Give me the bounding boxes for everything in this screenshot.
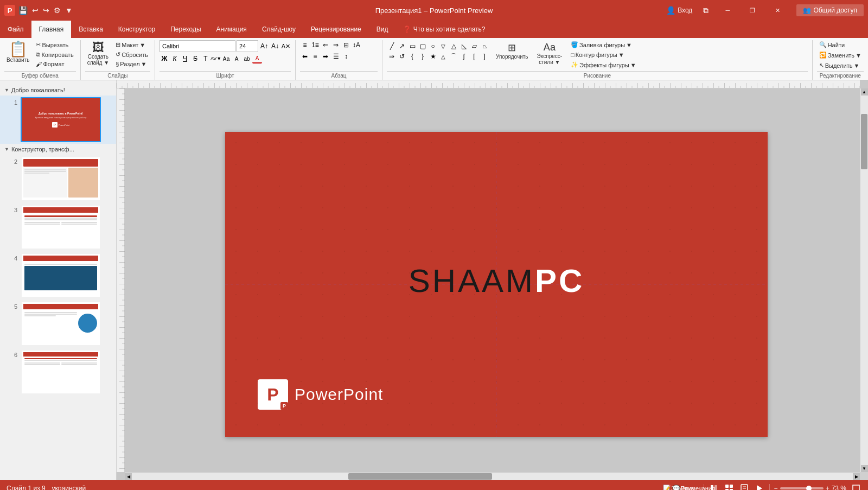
comments-button[interactable]: 💬 Примечания	[688, 483, 699, 490]
increase-indent-button[interactable]: ⇒	[331, 40, 341, 50]
strikethrough-button[interactable]: S	[190, 54, 200, 63]
numbered-list-button[interactable]: 1≡	[310, 40, 320, 50]
slide-item-5[interactable]: 5	[0, 300, 116, 348]
reset-button[interactable]: ↺ Сбросить	[113, 50, 150, 59]
line-shape[interactable]: ╱	[387, 41, 397, 51]
char-spacing-button[interactable]: AV▼	[211, 54, 221, 63]
tab-review[interactable]: Рецензирование	[303, 21, 369, 38]
outline-color-button[interactable]: □ Контур фигуры ▼	[569, 50, 639, 59]
shadow-button[interactable]: T	[201, 54, 210, 63]
line-spacing-button[interactable]: ↕	[341, 52, 351, 61]
triangle-shape[interactable]: △	[449, 41, 458, 51]
signin-button[interactable]: 👤 Вход	[662, 4, 697, 17]
scroll-left-button[interactable]: ◀	[125, 473, 132, 480]
right-triangle-shape[interactable]: ◺	[459, 41, 469, 51]
more2-shapes[interactable]: △	[438, 52, 448, 61]
scroll-right-button[interactable]: ▶	[853, 473, 860, 480]
find-button[interactable]: 🔍 Найти	[817, 40, 847, 49]
decrease-font-button[interactable]: A↓	[270, 41, 280, 51]
font-size-input[interactable]	[237, 40, 258, 52]
scroll-down-button[interactable]: ▼	[861, 465, 868, 472]
cut-button[interactable]: ✂ Вырезать	[34, 40, 75, 49]
slide-canvas[interactable]: SHAAMPC P P PowerPoint	[225, 132, 768, 437]
minimize-button[interactable]: ─	[715, 0, 740, 21]
slide-logo-area[interactable]: P P PowerPoint	[258, 379, 383, 410]
slide-title[interactable]: SHAAMPC	[409, 262, 585, 300]
restore-down-icon[interactable]: ⧉	[703, 6, 709, 15]
scroll-thumb-h[interactable]	[348, 473, 493, 480]
bracket1-shape[interactable]: [	[469, 52, 479, 61]
align-left-button[interactable]: ⬅	[300, 52, 310, 61]
slide-item-4[interactable]: 4	[0, 251, 116, 300]
star-shape[interactable]: ★	[428, 52, 438, 61]
zoom-out-button[interactable]: −	[774, 485, 778, 490]
zoom-slider[interactable]	[780, 487, 824, 489]
oval-shape[interactable]: ○	[428, 41, 438, 51]
horizontal-scrollbar[interactable]: ◀ ▶	[125, 472, 860, 480]
redo-button[interactable]: ↪	[43, 6, 49, 15]
section-1-header[interactable]: Добро пожаловать!	[0, 85, 116, 96]
slideshow-button[interactable]	[754, 483, 765, 490]
slide-item-2[interactable]: 2	[0, 155, 116, 203]
font-color-button[interactable]: A	[232, 54, 241, 63]
more-shapes-button[interactable]: ▽	[438, 41, 448, 51]
curly1-shape[interactable]: {	[407, 52, 417, 61]
scroll-thumb-v[interactable]	[861, 114, 867, 169]
align-right-button[interactable]: ➡	[321, 52, 330, 61]
copy-button[interactable]: ⧉ Копировать	[34, 50, 75, 59]
zoom-thumb[interactable]	[806, 486, 812, 490]
text-direction-button[interactable]: ↕A	[352, 40, 361, 50]
slide-item-1[interactable]: 1 Добро пожаловать в PowerPoint! Краткое…	[0, 96, 116, 144]
section-2-header[interactable]: Конструктор, трансф...	[0, 144, 116, 155]
vertical-scrollbar[interactable]: ▲ ▼	[860, 88, 868, 472]
slide-item-6[interactable]: 6	[0, 348, 116, 396]
close-button[interactable]: ✕	[765, 0, 790, 21]
italic-button[interactable]: К	[170, 54, 180, 63]
fill-color-button[interactable]: 🪣 Заливка фигуры ▼	[569, 40, 639, 49]
replace-button[interactable]: 🔁 Заменить ▼	[817, 50, 864, 60]
bullet-list-button[interactable]: ≡	[300, 40, 310, 50]
quick-styles-button[interactable]: Аа Экспресс-стили ▼	[535, 40, 565, 67]
arrow-shape[interactable]: ↗	[397, 41, 407, 51]
parallelogram-shape[interactable]: ▱	[469, 41, 479, 51]
slide-item-3[interactable]: 3	[0, 203, 116, 251]
arrow2-shape[interactable]: ⇒	[387, 52, 397, 61]
scroll-up-button[interactable]: ▲	[861, 88, 868, 96]
increase-font-button[interactable]: A↑	[259, 41, 269, 51]
tab-insert[interactable]: Вставка	[71, 21, 111, 38]
align-center-button[interactable]: ≡	[310, 52, 320, 61]
tab-design[interactable]: Конструктор	[111, 21, 163, 38]
clear-format-button[interactable]: A✕	[281, 41, 291, 51]
text-highlight-button[interactable]: ab	[242, 54, 252, 63]
save-button[interactable]: 💾	[18, 6, 28, 15]
fit-slide-button[interactable]	[851, 483, 861, 490]
share-button[interactable]: 👥 Общий доступ	[796, 4, 864, 16]
customize-button[interactable]: ⚙	[54, 6, 61, 15]
justify-button[interactable]: ☰	[331, 52, 341, 61]
font-family-input[interactable]	[159, 40, 235, 52]
zoom-in-button[interactable]: +	[826, 485, 829, 490]
section-button[interactable]: § Раздел ▼	[113, 60, 150, 68]
curly2-shape[interactable]: }	[418, 52, 427, 61]
rounded-rect-shape[interactable]: ▢	[418, 41, 427, 51]
new-slide-button[interactable]: 🖼 Создатьслайд ▼	[85, 40, 112, 67]
underline-button[interactable]: Ч	[180, 54, 190, 63]
more-button[interactable]: ▼	[65, 6, 73, 15]
font-color2-button[interactable]: A	[252, 54, 262, 63]
tab-home[interactable]: Главная	[31, 21, 72, 38]
trapezoid-shape[interactable]: ⏢	[480, 41, 489, 51]
select-button[interactable]: ↖ Выделить ▼	[817, 61, 862, 70]
paste-button[interactable]: 📋 Вставить	[4, 40, 31, 65]
bracket2-shape[interactable]: ]	[480, 52, 489, 61]
undo-button[interactable]: ↩	[32, 6, 39, 15]
effects-button[interactable]: ✨ Эффекты фигуры ▼	[569, 60, 639, 69]
zoom-control[interactable]: − + 73 %	[774, 485, 846, 490]
curve1-shape[interactable]: ⌒	[449, 52, 458, 61]
layout-button[interactable]: ⊞ Макет ▼	[113, 40, 150, 49]
tab-help[interactable]: ❓ Что вы хотите сделать?	[395, 21, 493, 38]
tab-animation[interactable]: Анимация	[209, 21, 254, 38]
tab-transitions[interactable]: Переходы	[163, 21, 208, 38]
arrange-button[interactable]: ⊞ Упорядочить	[494, 40, 531, 61]
columns-button[interactable]: ⊟	[341, 40, 351, 50]
font-size-inc-button[interactable]: Аа	[221, 54, 231, 63]
